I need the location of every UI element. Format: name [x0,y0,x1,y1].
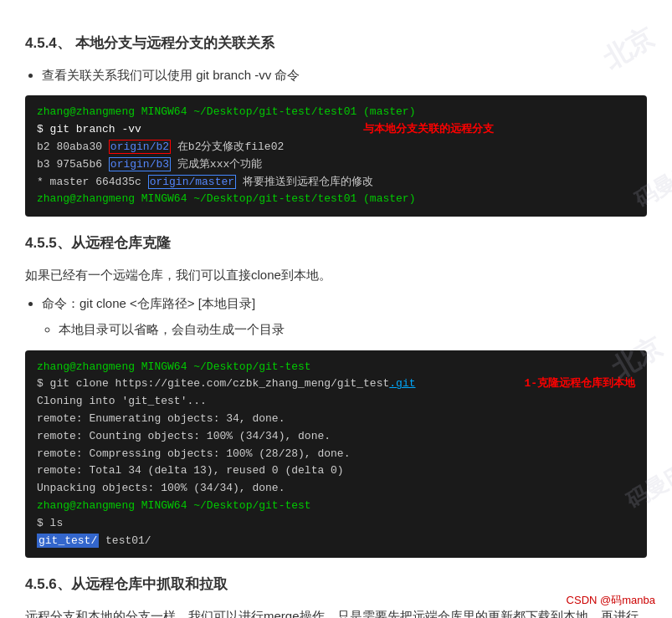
origin-master-box: origin/master [148,175,236,189]
intro-456: 远程分支和本地的分支一样，我们可以进行merge操作，只是需要先把远端仓库里的更… [25,605,647,618]
term2-line-11: git_test/ test01/ [37,533,635,550]
term2-line-7: remote: Total 34 (delta 13), reused 0 (d… [37,462,635,480]
term2-line-5: remote: Counting objects: 100% (34/34), … [37,428,635,446]
term-line-2: $ git branch -vv 与本地分支关联的远程分支 [37,121,635,139]
term2-line-9: zhang@zhangmeng MINGW64 ~/Desktop/git-te… [37,498,635,515]
term2-line-1: zhang@zhangmeng MINGW64 ~/Desktop/git-te… [37,359,635,376]
origin-b3-box: origin/b3 [109,157,171,171]
sub-bullet-455-0: 本地目录可以省略，会自动生成一个目录 [59,319,647,340]
clone-annotation: 1-克隆远程仓库到本地 [524,375,635,393]
intro-455: 如果已经有一个远端仓库，我们可以直接clone到本地。 [25,264,647,286]
section-title-454: 4.5.4、 本地分支与远程分支的关联关系 [25,32,647,56]
csdn-footer: CSDN @码manba [567,591,655,610]
dir-test01: test01/ [105,534,151,547]
origin-b2-box: origin/b2 [109,140,171,154]
intro-454: 查看关联关系我们可以使用 git branch -vv 命令 [42,64,647,86]
term-annotation-1: 与本地分支关联的远程分支 [363,123,494,135]
term2-line-6: remote: Compressing objects: 100% (28/28… [37,446,635,463]
bullet-455-0: 命令：git clone <仓库路径> [本地目录] 本地目录可以省略，会自动生… [42,293,647,340]
terminal-454: zhang@zhangmeng MINGW64 ~/Desktop/git-te… [25,95,647,217]
term2-line-4: remote: Enumerating objects: 34, done. [37,411,635,428]
term-line-3: b2 80aba30 origin/b2 在b2分支修改file02 [37,139,635,156]
section-title-455: 4.5.5、从远程仓库克隆 [25,232,647,256]
term-line-5: * master 664d35c origin/master 将要推送到远程仓库… [37,174,635,192]
term2-line-10: $ ls [37,515,635,533]
term2-line-2: $ git clone https://gitee.com/czbk_zhang… [37,375,635,393]
dir-git-test: git_test/ [37,534,99,548]
term-line-1: zhang@zhangmeng MINGW64 ~/Desktop/git-te… [37,104,635,121]
git-link: .git [389,375,415,393]
term2-line-3: Cloning into 'git_test'... [37,393,635,411]
section-title-456: 4.5.6、从远程仓库中抓取和拉取 [25,573,647,597]
term-line-6: zhang@zhangmeng MINGW64 ~/Desktop/git-te… [37,191,635,208]
terminal-455: zhang@zhangmeng MINGW64 ~/Desktop/git-te… [25,350,647,559]
term-line-4: b3 975a5b6 origin/b3 完成第xxx个功能 [37,156,635,174]
term2-line-8: Unpacking objects: 100% (34/34), done. [37,480,635,498]
